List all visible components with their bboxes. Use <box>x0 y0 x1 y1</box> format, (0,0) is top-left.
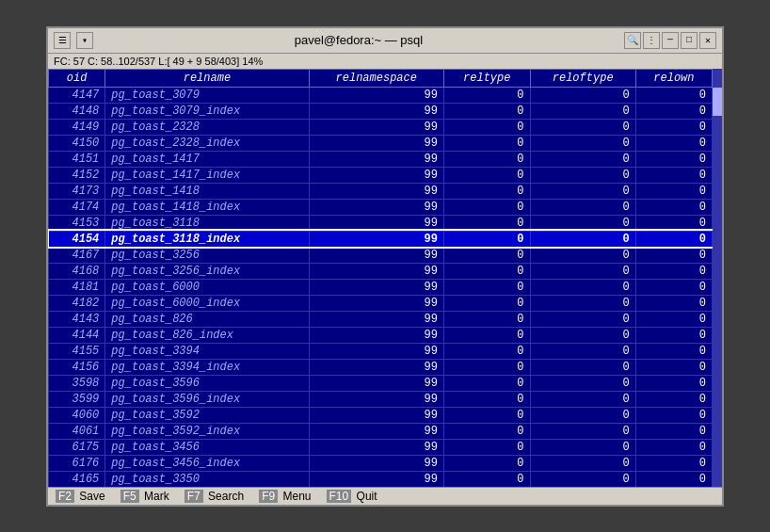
cell-reltype: 0 <box>444 391 531 407</box>
cell-relnamespace: 99 <box>309 471 443 487</box>
cell-reloftype: 0 <box>530 215 635 231</box>
table-row[interactable]: 4153pg_toast_311899000 <box>49 215 713 231</box>
footer-f10[interactable]: F10 Quit <box>319 488 385 505</box>
cell-relnamespace: 99 <box>309 343 443 359</box>
f9-label: Menu <box>283 490 312 503</box>
cell-relname: pg_toast_3256 <box>105 247 309 263</box>
cell-reloftype: 0 <box>530 183 635 199</box>
cell-reltype: 0 <box>444 439 531 455</box>
minimize-button[interactable]: ─ <box>662 32 679 49</box>
footer-toolbar: F2 Save F5 Mark F7 Search F9 Menu F10 Qu… <box>48 487 722 505</box>
table-row[interactable]: 4167pg_toast_325699000 <box>49 247 713 263</box>
cell-relname: pg_toast_3394 <box>105 343 309 359</box>
table-row[interactable]: 4182pg_toast_6000_index99000 <box>49 295 713 311</box>
cell-oid: 4174 <box>49 199 105 215</box>
table-row[interactable]: 6176pg_toast_3456_index99000 <box>49 455 713 471</box>
cell-reltype: 0 <box>444 279 531 295</box>
window-controls: 🔍 ⋮ ─ □ ✕ <box>624 32 716 49</box>
table-row[interactable]: 4152pg_toast_1417_index99000 <box>49 167 713 183</box>
cell-relown: 0 <box>635 295 712 311</box>
table-body: 4147pg_toast_3079990004148pg_toast_3079_… <box>49 87 713 487</box>
close-button[interactable]: ✕ <box>699 32 716 49</box>
cell-relnamespace: 99 <box>309 247 443 263</box>
cell-reloftype: 0 <box>530 375 635 391</box>
cell-relname: pg_toast_1417_index <box>105 167 309 183</box>
cell-reloftype: 0 <box>530 167 635 183</box>
footer-f2[interactable]: F2 Save <box>48 488 113 505</box>
footer-f5[interactable]: F5 Mark <box>113 488 177 505</box>
footer-f7[interactable]: F7 Search <box>177 488 251 505</box>
cell-reloftype: 0 <box>530 295 635 311</box>
table-row[interactable]: 4061pg_toast_3592_index99000 <box>49 423 713 439</box>
table-container[interactable]: oid relname relnamespace reltype relofty… <box>48 69 713 487</box>
cell-relname: pg_toast_826 <box>105 311 309 327</box>
cell-reltype: 0 <box>444 151 531 167</box>
cell-relnamespace: 99 <box>309 311 443 327</box>
cell-relnamespace: 99 <box>309 199 443 215</box>
cell-oid: 4143 <box>49 311 105 327</box>
cell-reltype: 0 <box>444 471 531 487</box>
table-row[interactable]: 3599pg_toast_3596_index99000 <box>49 391 713 407</box>
table-row[interactable]: 4144pg_toast_826_index99000 <box>49 327 713 343</box>
maximize-button[interactable]: □ <box>681 32 698 49</box>
cell-relown: 0 <box>635 119 712 135</box>
table-row[interactable]: 4173pg_toast_141899000 <box>49 183 713 199</box>
scrollbar[interactable] <box>713 69 722 487</box>
search-icon[interactable]: 🔍 <box>624 32 641 49</box>
cell-relown: 0 <box>635 87 712 103</box>
cell-relnamespace: 99 <box>309 391 443 407</box>
cell-relname: pg_toast_3596 <box>105 375 309 391</box>
cell-oid: 4144 <box>49 327 105 343</box>
cell-oid: 4151 <box>49 151 105 167</box>
table-row[interactable]: 4151pg_toast_141799000 <box>49 151 713 167</box>
cell-reloftype: 0 <box>530 343 635 359</box>
cell-reloftype: 0 <box>530 407 635 423</box>
cell-reltype: 0 <box>444 231 531 247</box>
table-row[interactable]: 4060pg_toast_359299000 <box>49 407 713 423</box>
table-row[interactable]: 4181pg_toast_600099000 <box>49 279 713 295</box>
table-row[interactable]: 4150pg_toast_2328_index99000 <box>49 135 713 151</box>
table-row[interactable]: 6175pg_toast_345699000 <box>49 439 713 455</box>
table-row[interactable]: 4168pg_toast_3256_index99000 <box>49 263 713 279</box>
f7-key: F7 <box>184 490 203 503</box>
cell-relname: pg_toast_1418 <box>105 183 309 199</box>
cell-oid: 4154 <box>49 231 105 247</box>
table-row[interactable]: 4156pg_toast_3394_index99000 <box>49 359 713 375</box>
menu-icon[interactable]: ☰ <box>54 32 71 49</box>
cell-reltype: 0 <box>444 183 531 199</box>
menu-dots-icon[interactable]: ⋮ <box>643 32 660 49</box>
cell-reltype: 0 <box>444 263 531 279</box>
cell-reltype: 0 <box>444 359 531 375</box>
cell-oid: 4155 <box>49 343 105 359</box>
table-row[interactable]: 4165pg_toast_335099000 <box>49 471 713 487</box>
cell-relnamespace: 99 <box>309 327 443 343</box>
cell-oid: 4182 <box>49 295 105 311</box>
scroll-thumb[interactable] <box>713 88 722 116</box>
cell-relown: 0 <box>635 311 712 327</box>
dropdown-icon[interactable]: ▾ <box>76 32 93 49</box>
cell-reltype: 0 <box>444 199 531 215</box>
cell-relname: pg_toast_3256_index <box>105 263 309 279</box>
table-row[interactable]: 4148pg_toast_3079_index99000 <box>49 103 713 119</box>
footer-f9[interactable]: F9 Menu <box>251 488 318 505</box>
table-row[interactable]: 4147pg_toast_307999000 <box>49 87 713 103</box>
cell-relown: 0 <box>635 199 712 215</box>
cell-reloftype: 0 <box>530 231 635 247</box>
f7-label: Search <box>208 490 244 503</box>
table-row[interactable]: 4154pg_toast_3118_index99000 <box>49 231 713 247</box>
cell-reloftype: 0 <box>530 263 635 279</box>
table-row[interactable]: 4149pg_toast_232899000 <box>49 119 713 135</box>
cell-reltype: 0 <box>444 295 531 311</box>
table-row[interactable]: 3598pg_toast_359699000 <box>49 375 713 391</box>
cell-reltype: 0 <box>444 407 531 423</box>
cell-relown: 0 <box>635 375 712 391</box>
table-row[interactable]: 4143pg_toast_82699000 <box>49 311 713 327</box>
cell-reloftype: 0 <box>530 455 635 471</box>
cell-reltype: 0 <box>444 103 531 119</box>
cell-oid: 4152 <box>49 167 105 183</box>
cell-oid: 4060 <box>49 407 105 423</box>
cell-reloftype: 0 <box>530 471 635 487</box>
table-row[interactable]: 4155pg_toast_339499000 <box>49 343 713 359</box>
cell-oid: 3598 <box>49 375 105 391</box>
table-row[interactable]: 4174pg_toast_1418_index99000 <box>49 199 713 215</box>
